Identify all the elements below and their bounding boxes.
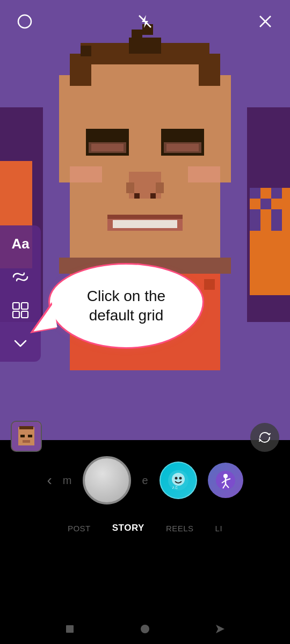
svg-rect-57	[20, 435, 25, 437]
svg-rect-10	[250, 220, 260, 231]
swipe-left-indicator: ‹	[47, 472, 52, 489]
svg-rect-50	[13, 303, 19, 309]
svg-rect-14	[70, 54, 91, 86]
svg-rect-32	[156, 182, 164, 193]
nav-back-icon[interactable]	[62, 621, 78, 637]
nav-recent-icon[interactable]	[212, 621, 228, 637]
svg-rect-7	[250, 209, 260, 220]
speech-bubble: Click on the default grid	[48, 263, 204, 349]
close-icon[interactable]	[256, 12, 275, 31]
tab-reels[interactable]: REELS	[155, 519, 205, 537]
tab-story[interactable]: STORY	[102, 518, 155, 538]
svg-point-61	[172, 473, 185, 486]
svg-rect-20	[59, 75, 70, 182]
svg-rect-16	[81, 46, 91, 56]
boomerang-button[interactable]	[10, 266, 31, 288]
svg-rect-11	[271, 220, 282, 231]
svg-rect-59	[23, 440, 30, 443]
svg-rect-72	[66, 625, 74, 633]
svg-rect-34	[150, 193, 156, 199]
left-toolbar: Aa	[0, 225, 41, 362]
ar-effects-button[interactable]	[208, 463, 243, 498]
svg-rect-15	[199, 54, 220, 86]
camera-viewfinder: Aa Click on the default grid	[0, 0, 290, 440]
svg-rect-6	[271, 188, 282, 199]
svg-rect-22	[86, 129, 129, 140]
svg-text:♪♫: ♪♫	[172, 485, 178, 490]
svg-rect-5	[250, 188, 260, 199]
expand-button[interactable]	[10, 333, 31, 354]
mode-label-right: e	[142, 474, 148, 487]
svg-marker-74	[216, 625, 224, 633]
nav-home-icon[interactable]	[137, 621, 153, 637]
svg-rect-29	[166, 144, 199, 151]
svg-rect-52	[13, 311, 19, 318]
mode-label-left: m	[63, 474, 73, 487]
text-tool-button[interactable]: Aa	[10, 233, 31, 254]
svg-rect-56	[19, 426, 33, 429]
svg-rect-39	[107, 215, 183, 219]
svg-point-62	[175, 477, 177, 480]
svg-rect-38	[113, 220, 177, 228]
svg-rect-21	[220, 75, 231, 182]
flash-off-icon[interactable]	[135, 12, 155, 31]
bottom-controls: ‹ m e ♪♫	[0, 440, 290, 644]
top-bar	[0, 0, 290, 43]
svg-rect-36	[188, 166, 220, 182]
svg-rect-43	[204, 279, 215, 290]
capture-button[interactable]	[83, 456, 131, 504]
svg-point-66	[223, 474, 228, 478]
tab-post[interactable]: POST	[57, 519, 102, 537]
svg-rect-8	[271, 209, 282, 220]
svg-rect-58	[28, 435, 32, 437]
bubble-text: Click on the default grid	[66, 287, 186, 326]
svg-point-63	[179, 477, 182, 480]
tab-live[interactable]: LI	[205, 519, 234, 537]
svg-point-73	[141, 625, 149, 633]
svg-rect-23	[161, 129, 204, 140]
capture-row: ‹ m e ♪♫	[0, 440, 290, 510]
svg-rect-33	[134, 193, 140, 199]
gallery-thumbnail[interactable]	[11, 421, 42, 452]
svg-rect-35	[70, 166, 102, 182]
svg-rect-31	[126, 182, 134, 193]
avatar-effect-button[interactable]: ♪♫	[160, 462, 197, 499]
settings-icon[interactable]	[15, 12, 34, 31]
tab-bar: POST STORY REELS LI	[0, 510, 290, 542]
svg-rect-9	[260, 199, 271, 209]
system-nav-bar	[0, 614, 290, 644]
svg-point-45	[18, 15, 31, 28]
svg-rect-26	[91, 144, 124, 151]
flip-camera-button[interactable]	[250, 423, 279, 452]
